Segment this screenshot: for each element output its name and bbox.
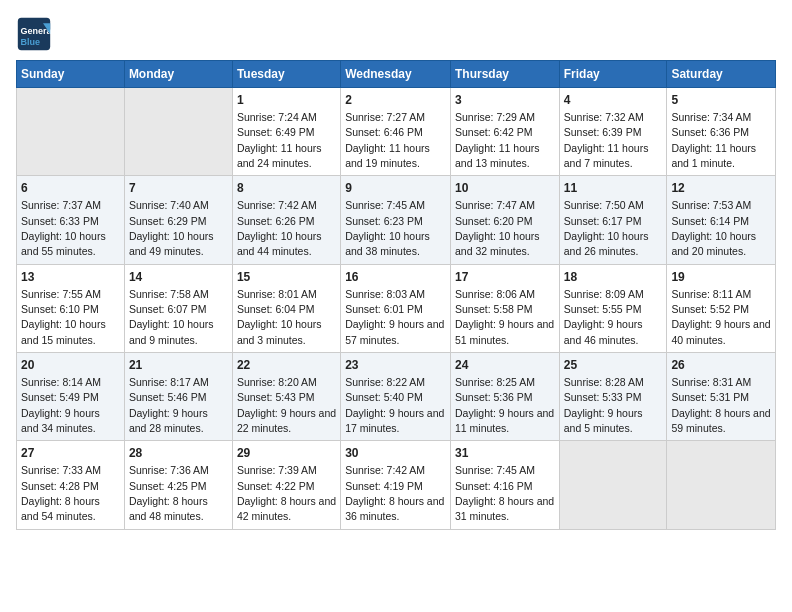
day-cell: 22Sunrise: 8:20 AM Sunset: 5:43 PM Dayli… [232,353,340,441]
day-cell: 18Sunrise: 8:09 AM Sunset: 5:55 PM Dayli… [559,264,667,352]
day-cell: 21Sunrise: 8:17 AM Sunset: 5:46 PM Dayli… [124,353,232,441]
day-number: 20 [21,357,120,374]
day-cell [667,441,776,529]
day-info: Sunrise: 7:58 AM Sunset: 6:07 PM Dayligh… [129,288,214,346]
header-row: SundayMondayTuesdayWednesdayThursdayFrid… [17,61,776,88]
day-info: Sunrise: 8:25 AM Sunset: 5:36 PM Dayligh… [455,376,554,434]
day-info: Sunrise: 7:42 AM Sunset: 4:19 PM Dayligh… [345,464,444,522]
day-cell: 6Sunrise: 7:37 AM Sunset: 6:33 PM Daylig… [17,176,125,264]
header-cell-wednesday: Wednesday [341,61,451,88]
day-cell: 27Sunrise: 7:33 AM Sunset: 4:28 PM Dayli… [17,441,125,529]
day-number: 4 [564,92,663,109]
day-cell: 16Sunrise: 8:03 AM Sunset: 6:01 PM Dayli… [341,264,451,352]
day-info: Sunrise: 7:40 AM Sunset: 6:29 PM Dayligh… [129,199,214,257]
day-number: 18 [564,269,663,286]
day-cell: 5Sunrise: 7:34 AM Sunset: 6:36 PM Daylig… [667,88,776,176]
day-info: Sunrise: 8:14 AM Sunset: 5:49 PM Dayligh… [21,376,101,434]
day-cell: 8Sunrise: 7:42 AM Sunset: 6:26 PM Daylig… [232,176,340,264]
day-number: 3 [455,92,555,109]
day-number: 24 [455,357,555,374]
header-cell-thursday: Thursday [450,61,559,88]
day-info: Sunrise: 8:11 AM Sunset: 5:52 PM Dayligh… [671,288,770,346]
day-number: 10 [455,180,555,197]
logo-icon: General Blue [16,16,52,52]
day-info: Sunrise: 8:09 AM Sunset: 5:55 PM Dayligh… [564,288,644,346]
calendar-body: 1Sunrise: 7:24 AM Sunset: 6:49 PM Daylig… [17,88,776,530]
day-info: Sunrise: 7:34 AM Sunset: 6:36 PM Dayligh… [671,111,756,169]
header-cell-sunday: Sunday [17,61,125,88]
day-number: 26 [671,357,771,374]
day-cell: 25Sunrise: 8:28 AM Sunset: 5:33 PM Dayli… [559,353,667,441]
day-cell: 9Sunrise: 7:45 AM Sunset: 6:23 PM Daylig… [341,176,451,264]
header-cell-tuesday: Tuesday [232,61,340,88]
day-cell: 28Sunrise: 7:36 AM Sunset: 4:25 PM Dayli… [124,441,232,529]
day-cell: 31Sunrise: 7:45 AM Sunset: 4:16 PM Dayli… [450,441,559,529]
day-info: Sunrise: 8:03 AM Sunset: 6:01 PM Dayligh… [345,288,444,346]
day-info: Sunrise: 8:22 AM Sunset: 5:40 PM Dayligh… [345,376,444,434]
day-cell: 23Sunrise: 8:22 AM Sunset: 5:40 PM Dayli… [341,353,451,441]
day-cell: 14Sunrise: 7:58 AM Sunset: 6:07 PM Dayli… [124,264,232,352]
day-number: 16 [345,269,446,286]
week-row-3: 13Sunrise: 7:55 AM Sunset: 6:10 PM Dayli… [17,264,776,352]
header-cell-friday: Friday [559,61,667,88]
calendar-table: SundayMondayTuesdayWednesdayThursdayFrid… [16,60,776,530]
day-info: Sunrise: 7:55 AM Sunset: 6:10 PM Dayligh… [21,288,106,346]
day-info: Sunrise: 7:39 AM Sunset: 4:22 PM Dayligh… [237,464,336,522]
day-number: 11 [564,180,663,197]
day-info: Sunrise: 8:28 AM Sunset: 5:33 PM Dayligh… [564,376,644,434]
day-number: 28 [129,445,228,462]
day-info: Sunrise: 7:36 AM Sunset: 4:25 PM Dayligh… [129,464,209,522]
day-number: 25 [564,357,663,374]
day-cell: 12Sunrise: 7:53 AM Sunset: 6:14 PM Dayli… [667,176,776,264]
header-cell-saturday: Saturday [667,61,776,88]
day-cell [559,441,667,529]
week-row-4: 20Sunrise: 8:14 AM Sunset: 5:49 PM Dayli… [17,353,776,441]
day-number: 19 [671,269,771,286]
day-cell: 15Sunrise: 8:01 AM Sunset: 6:04 PM Dayli… [232,264,340,352]
week-row-1: 1Sunrise: 7:24 AM Sunset: 6:49 PM Daylig… [17,88,776,176]
day-info: Sunrise: 7:53 AM Sunset: 6:14 PM Dayligh… [671,199,756,257]
svg-text:Blue: Blue [21,37,41,47]
day-number: 30 [345,445,446,462]
day-info: Sunrise: 8:17 AM Sunset: 5:46 PM Dayligh… [129,376,209,434]
day-number: 13 [21,269,120,286]
day-number: 29 [237,445,336,462]
day-number: 7 [129,180,228,197]
day-info: Sunrise: 7:33 AM Sunset: 4:28 PM Dayligh… [21,464,101,522]
day-number: 22 [237,357,336,374]
day-number: 31 [455,445,555,462]
day-number: 23 [345,357,446,374]
day-info: Sunrise: 8:01 AM Sunset: 6:04 PM Dayligh… [237,288,322,346]
day-cell: 2Sunrise: 7:27 AM Sunset: 6:46 PM Daylig… [341,88,451,176]
day-cell: 29Sunrise: 7:39 AM Sunset: 4:22 PM Dayli… [232,441,340,529]
week-row-2: 6Sunrise: 7:37 AM Sunset: 6:33 PM Daylig… [17,176,776,264]
day-number: 21 [129,357,228,374]
day-info: Sunrise: 7:47 AM Sunset: 6:20 PM Dayligh… [455,199,540,257]
day-cell: 24Sunrise: 8:25 AM Sunset: 5:36 PM Dayli… [450,353,559,441]
header-cell-monday: Monday [124,61,232,88]
day-cell: 17Sunrise: 8:06 AM Sunset: 5:58 PM Dayli… [450,264,559,352]
day-info: Sunrise: 7:32 AM Sunset: 6:39 PM Dayligh… [564,111,649,169]
day-info: Sunrise: 7:45 AM Sunset: 4:16 PM Dayligh… [455,464,554,522]
day-info: Sunrise: 7:42 AM Sunset: 6:26 PM Dayligh… [237,199,322,257]
day-cell: 4Sunrise: 7:32 AM Sunset: 6:39 PM Daylig… [559,88,667,176]
day-cell [17,88,125,176]
day-cell: 3Sunrise: 7:29 AM Sunset: 6:42 PM Daylig… [450,88,559,176]
day-number: 15 [237,269,336,286]
day-cell: 7Sunrise: 7:40 AM Sunset: 6:29 PM Daylig… [124,176,232,264]
day-cell: 13Sunrise: 7:55 AM Sunset: 6:10 PM Dayli… [17,264,125,352]
page-header: General Blue [16,16,776,52]
day-cell: 10Sunrise: 7:47 AM Sunset: 6:20 PM Dayli… [450,176,559,264]
day-number: 14 [129,269,228,286]
day-cell: 19Sunrise: 8:11 AM Sunset: 5:52 PM Dayli… [667,264,776,352]
day-info: Sunrise: 7:37 AM Sunset: 6:33 PM Dayligh… [21,199,106,257]
day-info: Sunrise: 7:24 AM Sunset: 6:49 PM Dayligh… [237,111,322,169]
day-info: Sunrise: 8:06 AM Sunset: 5:58 PM Dayligh… [455,288,554,346]
day-info: Sunrise: 7:27 AM Sunset: 6:46 PM Dayligh… [345,111,430,169]
day-number: 1 [237,92,336,109]
week-row-5: 27Sunrise: 7:33 AM Sunset: 4:28 PM Dayli… [17,441,776,529]
day-info: Sunrise: 7:45 AM Sunset: 6:23 PM Dayligh… [345,199,430,257]
day-number: 9 [345,180,446,197]
day-number: 17 [455,269,555,286]
day-cell: 1Sunrise: 7:24 AM Sunset: 6:49 PM Daylig… [232,88,340,176]
